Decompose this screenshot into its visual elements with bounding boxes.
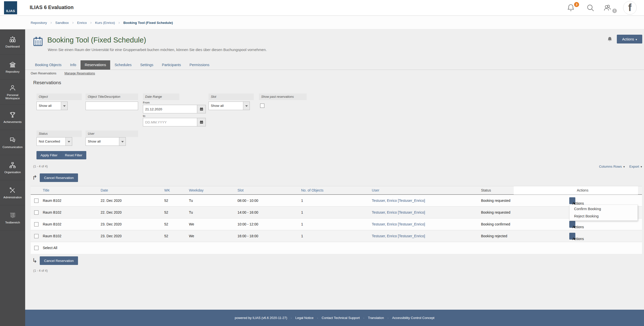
date-to-calendar-button[interactable] bbox=[197, 118, 206, 126]
footer-link-translation[interactable]: Translation bbox=[368, 316, 384, 320]
reset-filter-button[interactable]: Reset Filter bbox=[61, 151, 86, 159]
search-icon[interactable] bbox=[586, 4, 595, 12]
columns-rows-dropdown[interactable]: Columns Rows▾ bbox=[599, 165, 625, 168]
column-header-wk[interactable]: WK bbox=[164, 188, 170, 192]
status-text: Booking confirmed bbox=[481, 222, 510, 226]
tab-schedules[interactable]: Schedules bbox=[110, 60, 136, 70]
select-all-row: Select All bbox=[31, 242, 642, 254]
tab-booking-objects[interactable]: Booking Objects bbox=[31, 60, 66, 70]
tab-settings[interactable]: Settings bbox=[136, 60, 157, 70]
footer-link-accessibility[interactable]: Accessibility Control Concept bbox=[392, 316, 434, 320]
menu-item-reject-booking[interactable]: Reject Booking bbox=[570, 213, 637, 220]
row-actions-button[interactable]: Actions▾ bbox=[569, 221, 575, 228]
user-link[interactable]: Testuser, Enrico [Testuser_Enrico] bbox=[372, 210, 425, 214]
tab-reservations[interactable]: Reservations bbox=[80, 60, 110, 70]
footer-separator: · bbox=[387, 316, 388, 320]
filter-status-select[interactable]: Not Cancelled bbox=[36, 137, 72, 146]
apply-filter-button[interactable]: Apply Filter bbox=[36, 151, 62, 159]
column-header-slot[interactable]: Slot bbox=[237, 188, 244, 192]
filter-label-user: User bbox=[86, 130, 138, 137]
row-checkbox[interactable] bbox=[34, 210, 38, 215]
who-is-online-icon[interactable] bbox=[603, 4, 612, 12]
filter-object-title-input[interactable] bbox=[86, 102, 138, 110]
sidebar-item-personal-workspace[interactable]: Personal Workspace bbox=[0, 80, 25, 105]
row-actions-button[interactable]: Actions▾ bbox=[569, 233, 575, 240]
breadcrumb-item[interactable]: Sandbox bbox=[55, 21, 69, 25]
user-link[interactable]: Testuser, Enrico [Testuser_Enrico] bbox=[372, 234, 425, 238]
filter-user-select[interactable]: Show all bbox=[86, 137, 126, 146]
column-header-num-objects[interactable]: No. of Objects bbox=[301, 188, 324, 192]
user-link[interactable]: Testuser, Enrico [Testuser_Enrico] bbox=[372, 199, 425, 203]
filter-object-select[interactable]: Show all bbox=[36, 102, 68, 110]
notification-count-badge: 3 bbox=[574, 2, 579, 7]
sidebar-item-communication[interactable]: Communication bbox=[0, 130, 25, 155]
sidebar-item-repository[interactable]: Repository bbox=[0, 55, 25, 80]
footer-separator: · bbox=[363, 316, 364, 320]
cancel-reservation-button-bottom[interactable]: Cancel Reservation bbox=[40, 256, 78, 265]
date-from-label: From bbox=[143, 101, 150, 104]
filter-slot-select[interactable]: Show all bbox=[209, 102, 250, 110]
sidebar-item-dashboard[interactable]: Dashboard bbox=[0, 29, 25, 55]
breadcrumb-item-current[interactable]: Booking Tool (Fixed Schedule) bbox=[123, 21, 173, 25]
breadcrumb-separator: › bbox=[72, 20, 73, 25]
user-link[interactable]: Testuser, Enrico [Testuser_Enrico] bbox=[372, 222, 425, 226]
subtab-manage-reservations[interactable]: Manage Reservations bbox=[64, 72, 95, 75]
subtab-own-reservations[interactable]: Own Reservations bbox=[31, 72, 56, 75]
communication-icon bbox=[9, 136, 16, 144]
bulk-apply-bottom-arrow-icon: ↳ bbox=[32, 258, 37, 264]
section-heading: Reservations bbox=[33, 80, 61, 85]
filter-date-to-input[interactable] bbox=[143, 118, 197, 126]
administration-icon bbox=[9, 187, 16, 194]
tab-divider bbox=[25, 70, 644, 70]
notifications-bell-icon[interactable] bbox=[567, 4, 575, 12]
filter-label-show-past: Show past reservations bbox=[259, 94, 307, 100]
column-header-user[interactable]: User bbox=[372, 188, 379, 192]
page-actions-button[interactable]: Actions▾ bbox=[617, 35, 642, 43]
sidebar-item-administration[interactable]: Administration bbox=[0, 180, 25, 205]
footer-link-contact-support[interactable]: Contact Technical Support bbox=[322, 316, 360, 320]
achievements-icon bbox=[9, 111, 16, 119]
filter-label-slot: Slot bbox=[209, 94, 254, 100]
page-title: Booking Tool (Fixed Schedule) bbox=[47, 36, 146, 44]
select-arrow-icon bbox=[65, 137, 72, 146]
row-checkbox[interactable] bbox=[34, 199, 38, 203]
column-header-weekday[interactable]: Weekday bbox=[189, 188, 204, 192]
sidebar-item-testbereich[interactable]: Testbereich bbox=[0, 205, 25, 230]
row-actions-button[interactable]: Actions▾ bbox=[569, 197, 575, 204]
notification-activation-bell-icon[interactable] bbox=[607, 36, 613, 42]
ilias-logo[interactable]: ILIAS bbox=[4, 1, 17, 14]
column-header-title[interactable]: Title bbox=[43, 188, 49, 192]
menu-item-confirm-booking[interactable]: Confirm Booking bbox=[570, 205, 637, 213]
app-title: ILIAS 6 Evaluation bbox=[30, 5, 73, 10]
calendar-icon bbox=[199, 120, 204, 124]
status-text: Booking rejected bbox=[481, 234, 507, 238]
table-row: Raum B102 22. Dec 2020 52 Tu 08:00 - 10:… bbox=[31, 195, 642, 207]
tab-permissions[interactable]: Permissions bbox=[185, 60, 214, 70]
sidebar-item-achievements[interactable]: Achievements bbox=[0, 105, 25, 130]
column-header-date[interactable]: Date bbox=[101, 188, 108, 192]
dashboard-icon bbox=[9, 36, 16, 43]
filter-date-from-input[interactable] bbox=[143, 105, 197, 113]
breadcrumb-item[interactable]: Kurs (Enrico) bbox=[95, 21, 115, 25]
date-from-calendar-button[interactable] bbox=[197, 105, 206, 113]
main-sidebar: Dashboard Repository Personal Workspace … bbox=[0, 29, 25, 326]
breadcrumb-item[interactable]: Enrico bbox=[77, 21, 87, 25]
breadcrumb-item[interactable]: Repository bbox=[31, 21, 47, 25]
row-checkbox[interactable] bbox=[34, 234, 38, 238]
tab-info[interactable]: Info bbox=[66, 60, 80, 70]
user-avatar[interactable]: f bbox=[623, 1, 637, 15]
actions-dropdown-menu: Confirm Booking Reject Booking bbox=[569, 205, 638, 221]
filter-label-date-range: Date Range bbox=[143, 94, 179, 100]
filter-label-object-title: Object Title/Description bbox=[86, 94, 138, 100]
repository-icon bbox=[9, 61, 16, 68]
export-dropdown[interactable]: Export▾ bbox=[629, 165, 642, 168]
footer-link-legal-notice[interactable]: Legal Notice bbox=[295, 316, 313, 320]
cancel-reservation-button-top[interactable]: Cancel Reservation bbox=[40, 173, 78, 182]
select-all-checkbox[interactable] bbox=[34, 246, 38, 250]
row-checkbox[interactable] bbox=[34, 222, 38, 226]
caret-down-icon: ▾ bbox=[574, 237, 576, 241]
filter-show-past-checkbox[interactable] bbox=[260, 104, 264, 108]
tab-participants[interactable]: Participants bbox=[158, 60, 185, 70]
sidebar-item-organisation[interactable]: Organisation bbox=[0, 155, 25, 180]
footer-separator: · bbox=[317, 316, 318, 320]
